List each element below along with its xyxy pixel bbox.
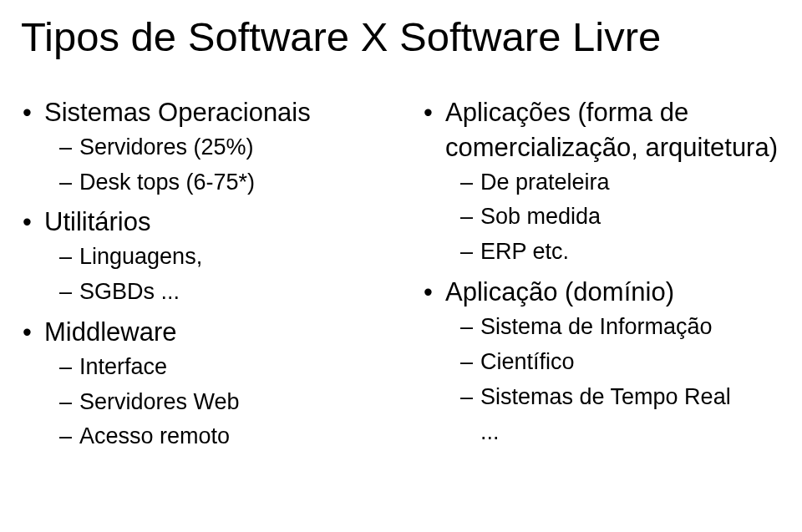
left-column: Sistemas Operacionais Servidores (25%) D… xyxy=(21,95,397,459)
group-aplicacoes-forma: Aplicações (forma de comercialização, ar… xyxy=(422,95,781,270)
group-aplicacao-dominio: Aplicação (domínio) Sistema de Informaçã… xyxy=(422,275,781,414)
trailing-ellipsis: ... xyxy=(422,419,781,445)
heading-aplicacao-dominio: Aplicação (domínio) xyxy=(445,277,674,307)
item-sistema-informacao: Sistema de Informação xyxy=(445,310,781,345)
item-servidores: Servidores (25%) xyxy=(44,130,397,165)
item-de-prateleira: De prateleira xyxy=(445,165,781,200)
heading-middleware: Middleware xyxy=(44,317,177,347)
right-column: Aplicações (forma de comercialização, ar… xyxy=(422,95,781,459)
group-sistemas-operacionais: Sistemas Operacionais Servidores (25%) D… xyxy=(21,95,397,200)
item-servidores-web: Servidores Web xyxy=(44,385,397,420)
group-utilitarios: Utilitários Linguagens, SGBDs ... xyxy=(21,205,397,310)
item-erp-etc: ERP etc. xyxy=(445,235,781,270)
item-sistemas-tempo-real: Sistemas de Tempo Real xyxy=(445,380,781,415)
item-cientifico: Científico xyxy=(445,345,781,380)
group-middleware: Middleware Interface Servidores Web Aces… xyxy=(21,315,397,454)
item-acesso-remoto: Acesso remoto xyxy=(44,419,397,454)
heading-aplicacoes-forma: Aplicações (forma de comercialização, ar… xyxy=(445,98,778,162)
item-sgbds: SGBDs ... xyxy=(44,275,397,310)
item-desktops: Desk tops (6-75*) xyxy=(44,165,397,200)
item-interface: Interface xyxy=(44,350,397,385)
content-columns: Sistemas Operacionais Servidores (25%) D… xyxy=(21,95,781,459)
heading-sistemas-operacionais: Sistemas Operacionais xyxy=(44,98,311,127)
slide-title: Tipos de Software X Software Livre xyxy=(21,15,781,60)
heading-utilitarios: Utilitários xyxy=(44,207,150,236)
item-sob-medida: Sob medida xyxy=(445,200,781,235)
item-linguagens: Linguagens, xyxy=(44,240,397,275)
